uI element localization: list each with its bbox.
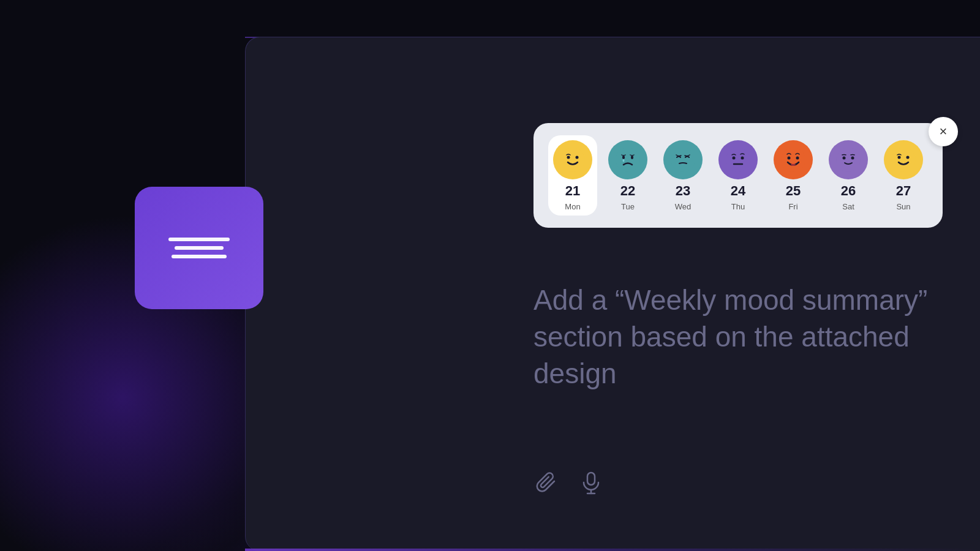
message-text: Add a “Weekly mood summary” section base… — [533, 282, 950, 392]
day-number-24: 24 — [731, 184, 745, 198]
svg-point-9 — [733, 157, 736, 160]
mic-button[interactable] — [578, 469, 605, 496]
svg-point-12 — [788, 157, 791, 160]
day-name-26: Sat — [842, 203, 854, 211]
wave-line-3 — [172, 255, 227, 258]
svg-point-1 — [567, 156, 570, 159]
day-number-21: 21 — [565, 184, 580, 198]
mood-circle-25 — [774, 140, 813, 179]
svg-point-19 — [898, 156, 901, 159]
day-number-25: 25 — [786, 184, 801, 198]
bottom-toolbar — [533, 469, 605, 496]
day-item-23[interactable]: 23 Wed — [658, 140, 707, 211]
svg-point-13 — [796, 157, 799, 160]
svg-point-10 — [741, 157, 744, 160]
close-button[interactable]: × — [929, 117, 958, 146]
wave-icon — [168, 238, 230, 258]
svg-point-14 — [791, 163, 796, 166]
day-number-26: 26 — [841, 184, 856, 198]
day-name-21: Mon — [565, 203, 580, 211]
svg-point-5 — [631, 156, 633, 159]
svg-point-15 — [836, 148, 861, 172]
svg-point-20 — [907, 156, 910, 159]
day-item-21[interactable]: 21 Mon — [548, 135, 597, 216]
svg-rect-21 — [587, 473, 595, 485]
svg-point-16 — [843, 157, 846, 160]
svg-point-3 — [616, 148, 640, 172]
svg-point-18 — [891, 148, 916, 172]
day-item-25[interactable]: 25 Fri — [769, 140, 818, 211]
svg-point-4 — [622, 156, 625, 159]
mood-circle-22 — [608, 140, 647, 179]
day-item-22[interactable]: 22 Tue — [603, 140, 652, 211]
day-number-22: 22 — [620, 184, 635, 198]
svg-point-0 — [560, 148, 585, 172]
mood-calendar-card: 21 Mon 22 Tue — [533, 123, 943, 228]
svg-point-17 — [851, 157, 854, 160]
mood-circle-27 — [884, 140, 923, 179]
svg-point-2 — [576, 156, 579, 159]
day-item-24[interactable]: 24 Thu — [714, 140, 763, 211]
day-number-27: 27 — [896, 184, 911, 198]
wave-line-1 — [168, 238, 230, 241]
day-name-24: Thu — [731, 203, 745, 211]
day-name-22: Tue — [621, 203, 635, 211]
day-item-27[interactable]: 27 Sun — [879, 140, 928, 211]
mood-circle-26 — [829, 140, 868, 179]
day-number-23: 23 — [676, 184, 690, 198]
bottom-accent — [245, 549, 980, 551]
svg-point-11 — [781, 148, 805, 172]
wave-line-2 — [175, 246, 224, 250]
main-panel: 21 Mon 22 Tue — [245, 37, 980, 551]
attach-button[interactable] — [533, 469, 560, 496]
svg-point-8 — [726, 148, 750, 172]
app-icon — [135, 187, 263, 309]
day-name-27: Sun — [896, 203, 910, 211]
svg-point-6 — [623, 159, 625, 162]
day-name-25: Fri — [788, 203, 797, 211]
mood-circle-21 — [553, 140, 592, 179]
svg-point-7 — [671, 148, 695, 172]
day-name-23: Wed — [675, 203, 692, 211]
mood-circle-23 — [663, 140, 703, 179]
day-item-26[interactable]: 26 Sat — [824, 140, 873, 211]
mood-circle-24 — [718, 140, 758, 179]
